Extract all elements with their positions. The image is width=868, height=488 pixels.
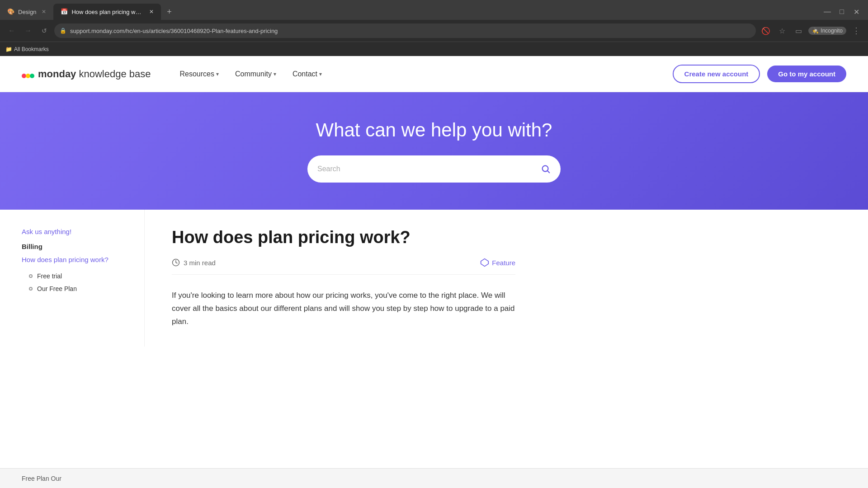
search-input[interactable] [317, 165, 535, 173]
reload-button[interactable]: ↺ [38, 24, 51, 37]
svg-marker-6 [481, 259, 489, 267]
bookmarks-label[interactable]: 📁 All Bookmarks [5, 46, 49, 52]
article-read-time: 3 min read [172, 258, 216, 267]
sidebar-ask-link[interactable]: Ask us anything! [22, 228, 123, 235]
menu-button[interactable]: ⋮ [850, 24, 863, 37]
sidebar-bullet-free-plan [29, 287, 33, 291]
back-button[interactable]: ← [5, 24, 18, 37]
nav-resources-label: Resources [179, 70, 214, 78]
search-bar[interactable] [307, 155, 561, 183]
tab-favicon-design: 🎨 [7, 8, 14, 15]
page: monday knowledge base Resources ▾ Commun… [0, 56, 868, 347]
tab-close-design[interactable]: ✕ [42, 9, 46, 15]
eye-slash-icon[interactable]: 🚫 [760, 24, 772, 37]
hero-section: What can we help you with? [0, 92, 868, 210]
sidebar-bullet-free-trial [29, 274, 33, 278]
incognito-label: Incognito [821, 28, 843, 34]
svg-point-0 [22, 74, 26, 78]
maximize-button[interactable]: □ [837, 7, 846, 16]
sidebar-billing: Billing [22, 243, 123, 250]
nav-community-chevron: ▾ [274, 71, 276, 77]
header-actions: Create new account Go to my account [673, 65, 846, 83]
nav-resources-chevron: ▾ [216, 71, 219, 77]
tab-favicon-article: 📅 [61, 8, 68, 15]
sidebar-article-link[interactable]: How does plan pricing work? [22, 256, 123, 263]
star-icon[interactable]: ☆ [776, 24, 788, 37]
svg-line-4 [547, 171, 549, 173]
article-body-text: If you're looking to learn more about ho… [172, 289, 515, 328]
bookmarks-text: All Bookmarks [14, 46, 49, 52]
article-title: How does plan pricing work? [172, 228, 515, 247]
sidebar-subsection: Free trial Our Free Plan [22, 272, 123, 292]
nav-contact-label: Contact [292, 70, 317, 78]
diamond-icon [480, 258, 489, 267]
nav-contact[interactable]: Contact ▾ [285, 66, 329, 82]
minimize-button[interactable]: — [823, 7, 832, 16]
browser-chrome: 🎨 Design ✕ 📅 How does plan pricing work?… [0, 0, 868, 56]
address-bar[interactable]: 🔒 support.monday.com/hc/en-us/articles/3… [54, 23, 756, 38]
browser-tabs: 🎨 Design ✕ 📅 How does plan pricing work?… [0, 0, 868, 20]
sidebar-sub-free-trial-label: Free trial [37, 272, 62, 280]
site-logo[interactable]: monday knowledge base [22, 68, 151, 80]
article: How does plan pricing work? 3 min read F… [145, 210, 552, 347]
tab-title-design: Design [18, 9, 36, 15]
hero-title: What can we help you with? [316, 119, 552, 141]
site-nav: Resources ▾ Community ▾ Contact ▾ [172, 66, 672, 82]
incognito-icon: 🕵 [812, 28, 819, 34]
article-meta: 3 min read Feature [172, 258, 515, 275]
nav-community-label: Community [235, 70, 272, 78]
sidebar-icon[interactable]: ▭ [792, 24, 805, 37]
tab-design[interactable]: 🎨 Design ✕ [0, 4, 53, 20]
tag-label: Feature [492, 259, 515, 267]
nav-contact-chevron: ▾ [319, 71, 322, 77]
close-button[interactable]: ✕ [852, 7, 861, 16]
tab-close-article[interactable]: ✕ [149, 9, 154, 15]
browser-toolbar: ← → ↺ 🔒 support.monday.com/hc/en-us/arti… [0, 20, 868, 42]
forward-button[interactable]: → [22, 24, 34, 37]
search-icon [541, 164, 551, 174]
site-logo-text: monday knowledge base [38, 68, 151, 80]
bookmarks-icon: 📁 [5, 46, 12, 52]
nav-resources[interactable]: Resources ▾ [172, 66, 226, 82]
lock-icon: 🔒 [60, 28, 66, 34]
toolbar-actions: 🚫 ☆ ▭ 🕵 Incognito ⋮ [760, 24, 863, 37]
sidebar: Ask us anything! Billing How does plan p… [0, 210, 145, 347]
bottom-bar-text: Free Plan Our [22, 475, 61, 482]
bottom-bar: Free Plan Our [0, 468, 868, 488]
tab-title-article: How does plan pricing work? – [71, 9, 144, 15]
sidebar-sub-free-trial[interactable]: Free trial [29, 272, 123, 280]
svg-point-1 [26, 74, 30, 78]
svg-point-2 [30, 74, 34, 78]
article-body: If you're looking to learn more about ho… [172, 289, 515, 328]
read-time-text: 3 min read [184, 259, 216, 267]
monday-logo-icon [22, 68, 34, 80]
window-controls: — □ ✕ [823, 7, 868, 16]
sidebar-sub-free-plan[interactable]: Our Free Plan [29, 285, 123, 292]
url-text: support.monday.com/hc/en-us/articles/360… [70, 28, 750, 34]
incognito-badge[interactable]: 🕵 Incognito [808, 27, 846, 35]
clock-icon [172, 258, 180, 267]
search-button[interactable] [541, 164, 551, 174]
article-tag[interactable]: Feature [480, 258, 515, 267]
create-account-button[interactable]: Create new account [673, 65, 760, 83]
site-header: monday knowledge base Resources ▾ Commun… [0, 56, 868, 92]
new-tab-button[interactable]: + [163, 5, 175, 18]
bookmarks-bar: 📁 All Bookmarks [0, 42, 868, 56]
tab-article[interactable]: 📅 How does plan pricing work? – ✕ [53, 4, 161, 20]
main-content: Ask us anything! Billing How does plan p… [0, 210, 868, 347]
go-to-account-button[interactable]: Go to my account [767, 66, 846, 82]
sidebar-sub-free-plan-label: Our Free Plan [37, 285, 77, 292]
nav-community[interactable]: Community ▾ [228, 66, 283, 82]
